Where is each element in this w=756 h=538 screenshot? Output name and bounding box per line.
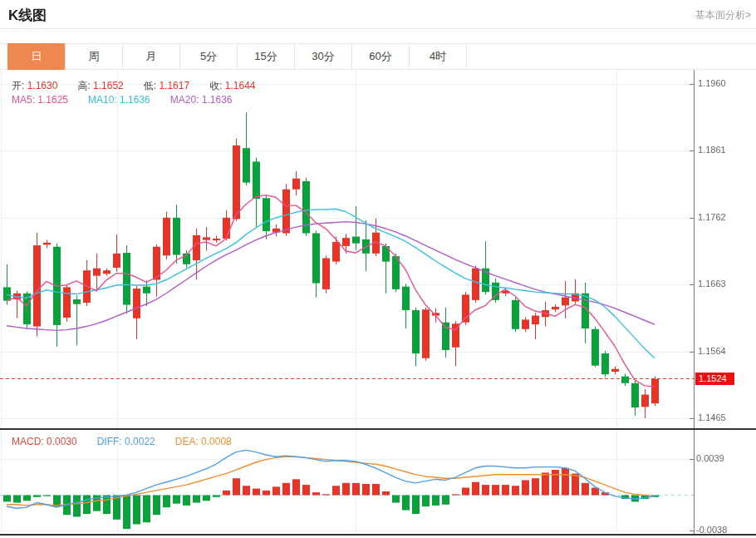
macd-axis-label: -0.0038 bbox=[696, 525, 727, 535]
legend-ma20: MA20: 1.1636 bbox=[170, 94, 233, 106]
legend-macd: MACD: 0.0030 bbox=[12, 436, 77, 447]
tab-5min[interactable]: 5分 bbox=[179, 43, 238, 70]
macd-legend: MACD: 0.0030DIFF: 0.0022DEA: 0.0008 bbox=[12, 436, 252, 447]
kline-widget: K线图 基本面分析> 日周月5分15分30分60分4时 开: 1.1630高: … bbox=[0, 0, 756, 538]
tab-4hour[interactable]: 4时 bbox=[409, 43, 467, 70]
price-axis-label: 1.1960 bbox=[698, 78, 726, 88]
legend-close: 收: 1.1644 bbox=[209, 80, 255, 91]
tab-month[interactable]: 月 bbox=[122, 43, 180, 70]
legend-dea: DEA: 0.0008 bbox=[175, 436, 232, 447]
legend-ma5: MA5: 1.1625 bbox=[12, 94, 68, 106]
legend-ma10: MA10: 1.1636 bbox=[88, 94, 150, 106]
fundamental-analysis-link[interactable]: 基本面分析> bbox=[695, 8, 751, 22]
tab-60min[interactable]: 60分 bbox=[351, 43, 410, 70]
macd-axis-label: 0.0039 bbox=[696, 453, 724, 463]
legend-high: 高: 1.1652 bbox=[77, 80, 123, 91]
tab-30min[interactable]: 30分 bbox=[294, 43, 352, 70]
ma-legend: MA5: 1.1625MA10: 1.1636MA20: 1.1636 bbox=[12, 94, 252, 106]
price-axis-label: 1.1465 bbox=[698, 412, 726, 422]
tab-15min[interactable]: 15分 bbox=[237, 43, 295, 70]
tab-week[interactable]: 周 bbox=[65, 43, 123, 70]
tab-day[interactable]: 日 bbox=[7, 43, 66, 70]
ohlc-legend: 开: 1.1630高: 1.1652低: 1.1617收: 1.1644 bbox=[12, 79, 276, 93]
legend-diff: DIFF: 0.0022 bbox=[97, 436, 155, 447]
header-divider bbox=[0, 28, 756, 29]
period-tabs: 日周月5分15分30分60分4时 bbox=[7, 43, 467, 70]
legend-open: 开: 1.1630 bbox=[12, 80, 57, 91]
price-axis-label: 1.1564 bbox=[698, 346, 726, 356]
price-axis-label: 1.1663 bbox=[698, 279, 726, 289]
price-axis-label: 1.1762 bbox=[698, 212, 726, 222]
legend-low: 低: 1.1617 bbox=[144, 80, 189, 91]
current-price-badge: 1.1524 bbox=[695, 373, 734, 385]
price-axis-label: 1.1861 bbox=[698, 145, 726, 155]
page-title: K线图 bbox=[8, 6, 47, 25]
